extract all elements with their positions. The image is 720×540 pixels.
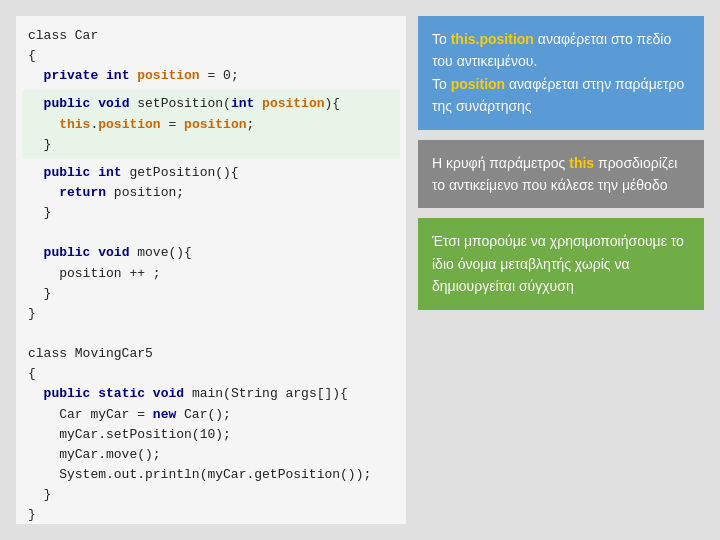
info-box-hidden-param: Η κρυφή παράμετρος this προσδιορίζει το … [418,140,704,209]
code-panel: class Car { private int position = 0; pu… [16,16,406,524]
highlighted-setposition: public void setPosition(int position){ t… [22,90,400,158]
info-box1-text: Το [432,31,451,47]
info-box3-text: Έτσι μπορούμε να χρησιμοποιήσουμε το ίδι… [432,233,684,294]
info-box1-line2-before: Το [432,76,451,92]
code-block: class Car { private int position = 0; [28,26,394,86]
right-panel: Το this.position αναφέρεται στο πεδίο το… [418,16,704,524]
info-box-conclusion: Έτσι μπορούμε να χρησιμοποιήσουμε το ίδι… [418,218,704,309]
info-box2-before: Η κρυφή παράμετρος [432,155,569,171]
info-box1-this: this.position [451,31,534,47]
info-box-this-position: Το this.position αναφέρεται στο πεδίο το… [418,16,704,130]
setposition-code: public void setPosition(int position){ t… [28,94,394,154]
info-box1-position: position [451,76,505,92]
info-box2-this: this [569,155,594,171]
main-container: class Car { private int position = 0; pu… [0,0,720,540]
getposition-code: public int getPosition(){ return positio… [28,163,394,524]
